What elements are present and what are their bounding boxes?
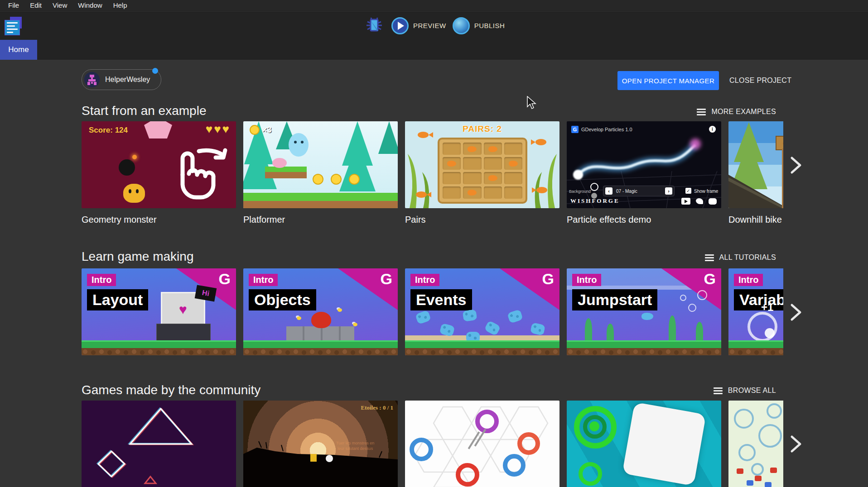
discord-icon (709, 198, 717, 205)
menu-edit[interactable]: Edit (24, 0, 47, 11)
hint-text: Tuer les monstres en leur sautant dessus (336, 440, 374, 451)
dirt-strip (567, 348, 721, 355)
seaweed (696, 322, 703, 342)
section-title-community: Games made by the community (82, 383, 260, 397)
community-card-bubble-creatures[interactable] (728, 401, 783, 487)
effect-name: 07 - Magic (616, 189, 661, 194)
orange-ring (517, 432, 540, 455)
bubble (697, 290, 707, 300)
intro-events-thumbnail: G Intro Events (405, 268, 559, 355)
twitter-icon (696, 198, 703, 204)
close-project-button[interactable]: CLOSE PROJECT (723, 71, 798, 90)
user-profile-chip[interactable]: HelperWesley (82, 69, 161, 90)
bubble (688, 304, 696, 312)
menu-help[interactable]: Help (108, 0, 133, 11)
username: HelperWesley (105, 76, 150, 84)
red-creature (737, 468, 743, 474)
preview-button[interactable]: PREVIEW (391, 17, 446, 34)
green-ring (579, 462, 602, 486)
gdevelop-logo-icon[interactable] (4, 17, 24, 37)
tab-home[interactable]: Home (0, 40, 37, 60)
menu-bar: File Edit View Window Help (0, 0, 868, 11)
hearts-row: ♥♥♥ (206, 122, 231, 136)
sign-post (782, 148, 783, 208)
sunset-platformer-thumbnail: Etoiles : 0 / 1 Tuer les monstres en leu… (243, 401, 398, 487)
menu-file[interactable]: File (3, 0, 24, 11)
grass-strip (243, 340, 398, 348)
menu-window[interactable]: Window (72, 0, 107, 11)
tutorial-card-jumpstart[interactable]: G Intro Jumpstart (567, 268, 721, 355)
card-title: Platformer (243, 215, 398, 225)
all-tutorials-label: ALL TUTORIALS (719, 253, 776, 262)
debug-bug-icon[interactable] (365, 16, 383, 35)
tutorial-card-events[interactable]: G Intro Events (405, 268, 559, 355)
tutorial-card-objects[interactable]: G Intro Objects (243, 268, 398, 355)
bubble-ring (767, 403, 782, 419)
pairs-board (438, 138, 527, 204)
gdevelop-g-icon: G (542, 270, 554, 288)
tutorial-card-layout[interactable]: G Intro Layout ♥ Hi (82, 268, 236, 355)
grass-strip (567, 340, 721, 348)
background-label: Background (569, 189, 591, 194)
example-card-pairs[interactable]: PAIRS: 2 Pairs (405, 121, 559, 225)
blue-creature (462, 309, 477, 322)
blue-creature (765, 482, 772, 487)
particle-overlay-title: GDevelop Particles 1.0 (581, 127, 632, 132)
blue-ring (503, 454, 526, 477)
intro-badge: Intro (734, 274, 763, 286)
browse-all-label: BROWSE ALL (728, 387, 776, 395)
examples-next-arrow[interactable] (789, 156, 803, 175)
intro-badge: Intro (249, 274, 278, 286)
tutorials-next-arrow[interactable] (789, 303, 803, 322)
all-tutorials-link[interactable]: ALL TUTORIALS (705, 253, 776, 262)
community-card-hexagon-rings[interactable] (405, 401, 559, 487)
blue-creature (484, 320, 501, 336)
red-creature (770, 468, 777, 473)
gdevelop-g-icon: G (219, 270, 231, 288)
downhill-scene (728, 121, 783, 208)
example-card-geometry-monster[interactable]: Score: 124 ♥♥♥ Geometry monster (82, 121, 236, 225)
bubble-creatures-thumbnail (728, 401, 783, 487)
tab-bar: Home (0, 40, 868, 60)
bubble-ring (758, 424, 782, 448)
list-icon (697, 109, 706, 115)
card-title: Downhill bike (728, 215, 783, 225)
pink-pentagon-shape (144, 121, 172, 138)
blue-creature (439, 323, 455, 337)
more-examples-link[interactable]: MORE EXAMPLES (697, 108, 776, 116)
color-swatch-ring (590, 183, 598, 191)
community-card-row: Etoiles : 0 / 1 Tuer les monstres en leu… (82, 401, 783, 487)
list-icon (705, 254, 714, 261)
hexagon-rings-thumbnail (405, 401, 559, 487)
example-card-platformer[interactable]: ×3 Platformer (243, 121, 398, 225)
coin-counter: ×3 (250, 125, 272, 135)
tutorial-card-variables[interactable]: G Intro Variables +1 (728, 268, 783, 355)
info-icon: i (709, 126, 716, 133)
open-project-manager-button[interactable]: OPEN PROJECT MANAGER (617, 71, 719, 90)
red-ring (456, 463, 479, 487)
menu-view[interactable]: View (47, 0, 72, 11)
bee (297, 316, 301, 320)
browse-all-link[interactable]: BROWSE ALL (714, 387, 776, 395)
monster-blob (123, 184, 145, 203)
tutorials-card-row: G Intro Layout ♥ Hi G Intro Objects (82, 268, 783, 355)
bomb-shape (119, 159, 135, 176)
community-next-arrow[interactable] (789, 434, 803, 454)
coin-icon (250, 125, 260, 135)
bomb-spark (132, 155, 137, 159)
card-title: Pairs (405, 215, 559, 225)
blue-creature (507, 309, 523, 324)
social-icons (681, 198, 717, 205)
example-card-downhill-bike[interactable]: G Downhill bike (728, 121, 783, 225)
particle-overlay-title-group: G GDevelop Particles 1.0 (571, 126, 632, 133)
seaweed (585, 318, 592, 342)
community-card-teal-shapes[interactable] (567, 401, 721, 487)
logo-front-page (5, 20, 20, 35)
play-icon (391, 17, 409, 34)
publish-button[interactable]: PUBLISH (453, 17, 505, 34)
purple-ring (475, 410, 499, 433)
example-card-particle-effects[interactable]: G GDevelop Particles 1.0 i Background ‹ … (567, 121, 721, 225)
gdevelop-g-icon: G (381, 270, 392, 288)
community-card-neon-triangles[interactable] (82, 401, 236, 487)
community-card-sunset-platformer[interactable]: Etoiles : 0 / 1 Tuer les monstres en leu… (243, 401, 398, 487)
